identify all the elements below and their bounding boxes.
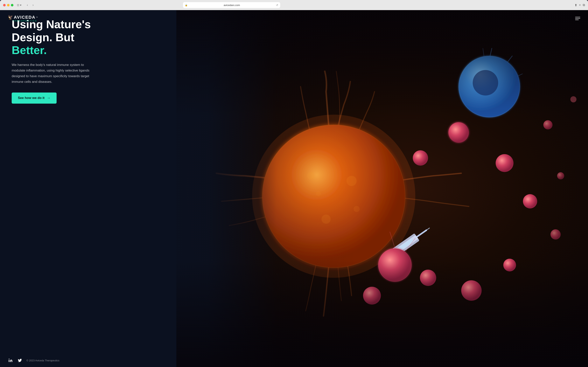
close-button[interactable] bbox=[3, 4, 6, 6]
forward-button[interactable]: › bbox=[31, 3, 35, 7]
svg-point-17 bbox=[378, 248, 412, 282]
traffic-lights bbox=[3, 4, 13, 6]
svg-point-20 bbox=[523, 194, 537, 209]
svg-point-23 bbox=[504, 259, 516, 272]
svg-point-29 bbox=[570, 96, 576, 102]
svg-point-7 bbox=[316, 191, 321, 196]
svg-point-24 bbox=[363, 287, 381, 305]
hero-cta-button[interactable]: See how we do it → bbox=[12, 92, 57, 104]
hamburger-menu[interactable] bbox=[575, 17, 580, 20]
svg-rect-31 bbox=[176, 10, 588, 367]
svg-point-25 bbox=[413, 150, 428, 166]
svg-point-22 bbox=[461, 280, 482, 301]
hamburger-line-1 bbox=[575, 17, 580, 17]
svg-point-26 bbox=[543, 120, 552, 129]
hero-description: We harness the body's natural immune sys… bbox=[12, 62, 97, 85]
svg-point-2 bbox=[262, 125, 405, 267]
browser-chrome: ⊡ ▾ ‹ › 🔒 avicedarx.com ↺ ⬆ + ⧉ bbox=[0, 0, 588, 10]
refresh-button[interactable]: ↺ bbox=[276, 3, 278, 7]
svg-point-19 bbox=[496, 154, 513, 172]
hero-background-art bbox=[176, 10, 588, 367]
url-text: avicedarx.com bbox=[189, 4, 275, 7]
svg-point-3 bbox=[307, 172, 315, 180]
logo-bird-icon: 🦅 bbox=[8, 15, 13, 20]
maximize-button[interactable] bbox=[11, 4, 13, 6]
hamburger-line-2 bbox=[575, 18, 580, 19]
footer: © 2023 Aviceda Therapeutics bbox=[0, 354, 588, 367]
svg-point-1 bbox=[262, 125, 405, 267]
new-tab-button[interactable]: + bbox=[579, 3, 581, 7]
svg-point-27 bbox=[557, 172, 564, 179]
svg-rect-32 bbox=[176, 10, 588, 367]
svg-point-16 bbox=[378, 248, 412, 282]
hero-title-normal: Design. But bbox=[12, 31, 74, 43]
browser-actions: ⬆ + ⧉ bbox=[575, 3, 585, 7]
svg-point-18 bbox=[449, 122, 469, 143]
svg-point-34 bbox=[9, 359, 9, 359]
svg-point-8 bbox=[257, 120, 410, 273]
svg-point-4 bbox=[346, 176, 357, 186]
svg-rect-0 bbox=[176, 10, 588, 367]
hamburger-line-3 bbox=[575, 20, 579, 20]
address-bar[interactable]: 🔒 avicedarx.com ↺ bbox=[183, 2, 280, 8]
tabs-button[interactable]: ⧉ bbox=[583, 3, 585, 7]
hero-title-accent: Better. bbox=[12, 44, 47, 56]
svg-point-9 bbox=[459, 56, 520, 117]
svg-rect-33 bbox=[9, 360, 9, 362]
logo[interactable]: 🦅 AVICEDA ™ THERAPEUTICS bbox=[8, 15, 38, 22]
twitter-icon[interactable] bbox=[17, 358, 23, 363]
minimize-button[interactable] bbox=[7, 4, 9, 6]
navigation: 🦅 AVICEDA ™ THERAPEUTICS bbox=[0, 10, 588, 27]
svg-rect-13 bbox=[388, 235, 419, 258]
svg-rect-30 bbox=[176, 10, 357, 367]
website: 🦅 AVICEDA ™ THERAPEUTICS bbox=[0, 10, 588, 367]
svg-point-5 bbox=[321, 215, 331, 224]
svg-point-28 bbox=[550, 229, 561, 240]
svg-rect-15 bbox=[393, 238, 414, 255]
svg-rect-14 bbox=[389, 251, 395, 258]
svg-point-10 bbox=[473, 70, 498, 95]
arrow-right-icon: → bbox=[47, 96, 50, 100]
sidebar-toggle-button[interactable]: ⊡ ▾ bbox=[16, 3, 23, 7]
hero-title-line2: Design. But Better. bbox=[12, 31, 74, 57]
logo-name: AVICEDA bbox=[14, 15, 35, 20]
back-button[interactable]: ‹ bbox=[26, 3, 29, 7]
lock-icon: 🔒 bbox=[185, 4, 188, 6]
copyright-text: © 2023 Aviceda Therapeutics bbox=[26, 359, 59, 362]
hero-content: Using Nature's Design. But Better. We ha… bbox=[0, 18, 109, 104]
linkedin-icon[interactable] bbox=[8, 358, 13, 363]
svg-rect-12 bbox=[387, 233, 420, 259]
cta-label: See how we do it bbox=[18, 96, 44, 100]
svg-point-11 bbox=[459, 56, 520, 117]
share-button[interactable]: ⬆ bbox=[575, 3, 577, 7]
svg-point-6 bbox=[354, 206, 360, 212]
logo-main: 🦅 AVICEDA ™ bbox=[8, 15, 38, 20]
svg-point-21 bbox=[420, 270, 436, 286]
logo-subtitle: THERAPEUTICS bbox=[13, 20, 38, 22]
